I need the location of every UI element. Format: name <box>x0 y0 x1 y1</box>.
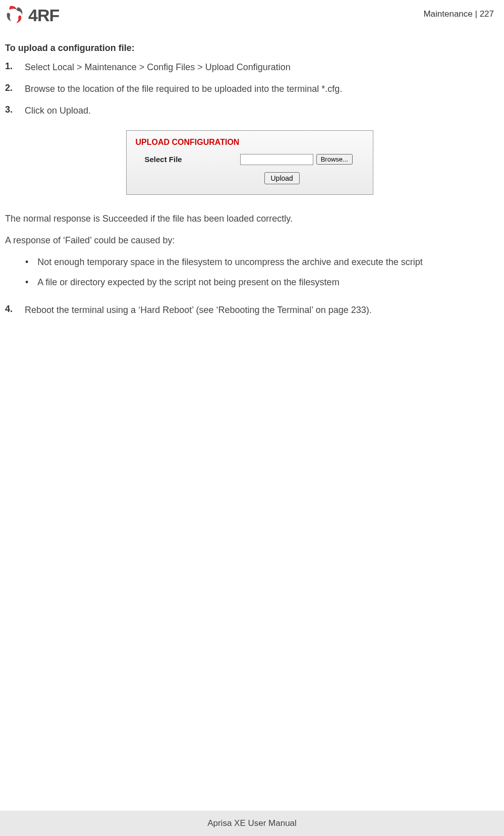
step-item: 2. Browse to the location of the file re… <box>5 83 494 95</box>
bullet-text: Not enough temporary space in the filesy… <box>37 256 422 269</box>
page-reference: Maintenance | 227 <box>423 9 494 19</box>
browse-button[interactable]: Browse... <box>316 154 353 165</box>
failure-reasons-list: • Not enough temporary space in the file… <box>25 256 494 289</box>
upload-button[interactable]: Upload <box>264 172 300 184</box>
step-number: 1. <box>5 61 17 74</box>
select-file-label: Select File <box>145 155 182 164</box>
list-item: • Not enough temporary space in the file… <box>25 256 494 269</box>
step-number: 4. <box>5 304 17 317</box>
4rf-logo-icon <box>5 5 25 25</box>
step-item: 3. Click on Upload. <box>5 104 494 117</box>
step-text: Browse to the location of the file requi… <box>25 83 342 95</box>
step-text: Select Local > Maintenance > Config File… <box>25 61 291 74</box>
page-header: 4RF Maintenance | 227 <box>5 5 494 25</box>
step-number: 2. <box>5 83 17 95</box>
footer-text: Aprisa XE User Manual <box>207 818 297 828</box>
list-item: • A file or directory expected by the sc… <box>25 276 494 289</box>
bullet-icon: • <box>25 256 28 269</box>
response-text: The normal response is Succeeded if the … <box>5 213 494 225</box>
upload-screenshot: UPLOAD CONFIGURATION Select File Browse.… <box>5 130 494 195</box>
bullet-icon: • <box>25 276 28 289</box>
upload-panel-title: UPLOAD CONFIGURATION <box>136 138 364 147</box>
step-text: Click on Upload. <box>25 104 91 117</box>
brand-logo-text: 4RF <box>28 6 59 25</box>
page-footer: Aprisa XE User Manual <box>0 811 504 836</box>
bullet-text: A file or directory expected by the scri… <box>37 276 339 289</box>
step-item: 1. Select Local > Maintenance > Config F… <box>5 61 494 74</box>
upload-panel: UPLOAD CONFIGURATION Select File Browse.… <box>126 130 373 195</box>
response-text: A response of ‘Failed’ could be caused b… <box>5 234 494 247</box>
step-text: Reboot the terminal using a ‘Hard Reboot… <box>25 304 372 317</box>
step-item: 4. Reboot the terminal using a ‘Hard Reb… <box>5 304 494 317</box>
brand-logo: 4RF <box>5 5 59 25</box>
section-title: To upload a configuration file: <box>5 43 494 54</box>
file-input[interactable] <box>240 154 313 165</box>
step-number: 3. <box>5 104 17 117</box>
